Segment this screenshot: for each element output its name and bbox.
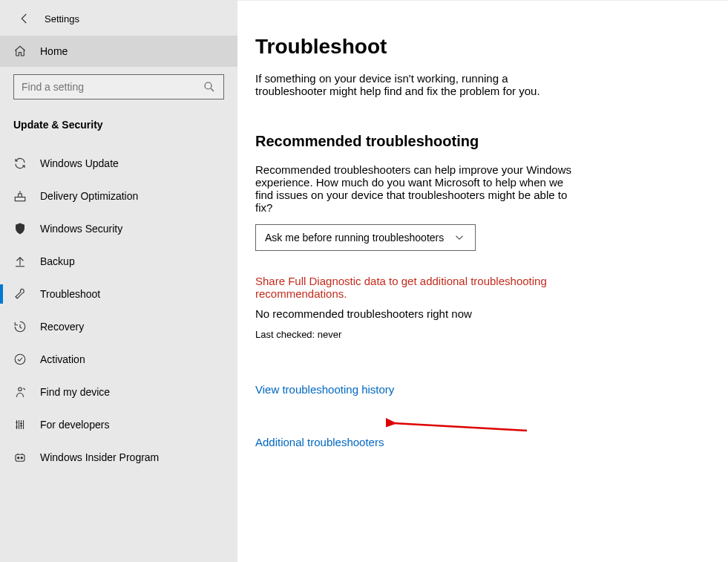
recovery-icon	[13, 320, 27, 333]
section-title: Recommended troubleshooting	[255, 133, 706, 150]
sidebar-item-label: Recovery	[40, 321, 84, 333]
svg-point-5	[18, 457, 19, 459]
sidebar-item-activation[interactable]: Activation	[0, 343, 237, 376]
search-box[interactable]	[13, 74, 224, 99]
link-troubleshooting-history[interactable]: View troubleshooting history	[255, 383, 706, 396]
sidebar-item-home[interactable]: Home	[0, 36, 237, 67]
home-label: Home	[40, 45, 68, 57]
sidebar-item-troubleshoot[interactable]: Troubleshoot	[0, 278, 237, 310]
page-intro: If something on your device isn't workin…	[255, 72, 574, 97]
sidebar-item-for-developers[interactable]: For developers	[0, 408, 237, 441]
chevron-down-icon	[453, 231, 466, 244]
svg-point-0	[205, 82, 211, 89]
troubleshoot-preference-dropdown[interactable]: Ask me before running troubleshooters	[255, 224, 476, 251]
sidebar-item-label: Activation	[40, 353, 85, 365]
delivery-icon	[13, 189, 27, 203]
svg-rect-1	[15, 197, 25, 201]
sidebar-item-backup[interactable]: Backup	[0, 245, 237, 278]
sidebar-item-label: Windows Insider Program	[40, 451, 159, 463]
main-content: Troubleshoot If something on your device…	[237, 0, 728, 562]
sidebar-item-insider-program[interactable]: Windows Insider Program	[0, 441, 237, 474]
last-checked-text: Last checked: never	[255, 329, 706, 340]
sidebar: Settings Home Update & Security Wind	[0, 0, 237, 562]
no-recommended-text: No recommended troubleshooters right now	[255, 307, 706, 320]
header-row: Settings	[0, 7, 237, 36]
sidebar-item-delivery-optimization[interactable]: Delivery Optimization	[0, 180, 237, 212]
svg-point-6	[21, 457, 22, 459]
dropdown-value: Ask me before running troubleshooters	[265, 232, 444, 244]
sidebar-item-label: Backup	[40, 255, 75, 267]
search-icon	[203, 80, 216, 94]
checkmark-circle-icon	[13, 353, 27, 366]
diagnostic-warning: Share Full Diagnostic data to get additi…	[255, 275, 582, 300]
sidebar-item-label: Delivery Optimization	[40, 190, 138, 202]
location-person-icon	[13, 385, 27, 399]
backup-icon	[13, 255, 27, 268]
sidebar-item-label: Windows Update	[40, 157, 119, 169]
page-title: Troubleshoot	[255, 35, 706, 59]
home-icon	[13, 45, 27, 58]
category-heading: Update & Security	[0, 104, 237, 140]
svg-point-2	[15, 354, 25, 365]
search-container	[0, 67, 237, 104]
svg-rect-4	[16, 454, 24, 461]
shield-icon	[13, 222, 27, 235]
sidebar-item-find-my-device[interactable]: Find my device	[0, 376, 237, 408]
developer-icon	[13, 418, 27, 431]
sidebar-item-label: Find my device	[40, 386, 110, 398]
search-input[interactable]	[22, 81, 203, 93]
back-icon[interactable]	[18, 12, 31, 25]
refresh-icon	[13, 157, 27, 170]
svg-point-3	[19, 388, 22, 391]
app-title: Settings	[45, 13, 79, 24]
nav-list: Windows Update Delivery Optimization Win…	[0, 147, 237, 474]
wrench-icon	[13, 287, 27, 301]
sidebar-item-label: For developers	[40, 419, 109, 431]
sidebar-item-label: Troubleshoot	[40, 288, 100, 300]
sidebar-item-recovery[interactable]: Recovery	[0, 310, 237, 343]
insider-icon	[13, 451, 27, 464]
link-additional-troubleshooters[interactable]: Additional troubleshooters	[255, 436, 706, 448]
sidebar-item-windows-update[interactable]: Windows Update	[0, 147, 237, 180]
section-intro: Recommended troubleshooters can help imp…	[255, 163, 574, 214]
sidebar-item-windows-security[interactable]: Windows Security	[0, 212, 237, 245]
sidebar-item-label: Windows Security	[40, 223, 122, 235]
